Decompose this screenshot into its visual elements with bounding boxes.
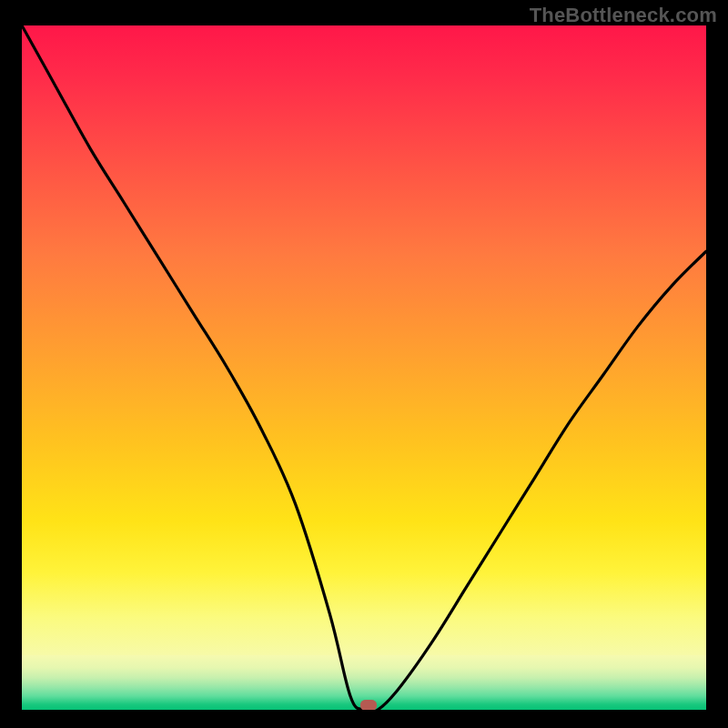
plot-frame [22,25,706,710]
chart-page: TheBottleneck.com [0,0,728,728]
bottleneck-curve [22,25,706,710]
curve-svg [22,25,706,710]
watermark-text: TheBottleneck.com [530,4,717,27]
optimum-marker [360,700,377,710]
plot-area [22,25,706,710]
